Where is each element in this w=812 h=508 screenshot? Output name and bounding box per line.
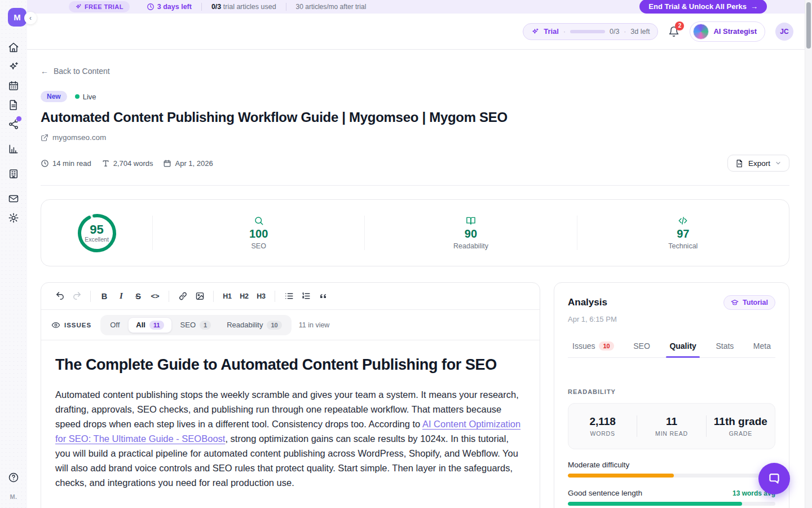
- filter-seo-count: 1: [200, 321, 211, 330]
- content-area: ← Back to Content New Live Automated Con…: [27, 50, 812, 508]
- stat-words: 2,118 WORDS: [568, 415, 637, 437]
- score-readability: 90 Readability: [364, 216, 576, 250]
- sidebar-item-calendar[interactable]: [8, 80, 19, 91]
- image-button[interactable]: [191, 288, 208, 305]
- article-editor[interactable]: The Complete Guide to Automated Content …: [41, 340, 540, 508]
- sidebar-item-home[interactable]: [8, 42, 19, 53]
- heading2-button[interactable]: H2: [236, 288, 253, 305]
- trial-progress-bar: [570, 30, 605, 33]
- sparkles-icon: [75, 3, 82, 10]
- filter-all[interactable]: All11: [128, 317, 171, 333]
- strikethrough-button[interactable]: S: [130, 288, 147, 305]
- heading1-button[interactable]: H1: [219, 288, 236, 305]
- issues-count-badge: 10: [599, 341, 614, 351]
- sidebar-item-company[interactable]: [8, 168, 19, 179]
- analysis-tabs: Issues 10 SEO Quality Stats Meta: [568, 337, 775, 358]
- tab-quality[interactable]: Quality: [668, 337, 697, 357]
- type-icon: [102, 159, 110, 168]
- file-export-icon: [735, 159, 744, 168]
- main-panel: Trial · 0/3 · 3d left 2 AI Strategist JC…: [27, 14, 812, 508]
- sidebar-item-mail[interactable]: [8, 193, 19, 204]
- tab-issues[interactable]: Issues 10: [571, 337, 615, 357]
- tab-seo[interactable]: SEO: [632, 337, 651, 357]
- word-count: 2,704 words: [102, 159, 153, 168]
- ordered-list-button[interactable]: [297, 288, 314, 305]
- stat-grade: 11th grade GRADE: [706, 415, 775, 437]
- document-icon: [8, 99, 19, 111]
- notification-badge: 2: [675, 21, 684, 30]
- metric-sentence-length: Good sentence length 13 words avg: [568, 489, 775, 506]
- tab-stats[interactable]: Stats: [714, 337, 735, 357]
- inline-code-button[interactable]: <>: [147, 288, 164, 305]
- sidebar-item-share[interactable]: [8, 119, 19, 130]
- article-heading: The Complete Guide to Automated Content …: [55, 356, 526, 374]
- external-link-icon: [41, 134, 48, 142]
- filter-readability[interactable]: Readability10: [219, 318, 289, 332]
- chat-bubble-icon: [767, 471, 782, 486]
- sidebar-item-analytics[interactable]: [8, 143, 19, 155]
- status-live: Live: [75, 93, 96, 101]
- readability-stats-card: 2,118 WORDS 11 MIN READ 11th grade GRADE: [568, 403, 775, 449]
- filter-seo[interactable]: SEO1: [173, 318, 219, 332]
- divider: [286, 3, 286, 11]
- difficulty-progress-bar: [568, 474, 775, 478]
- score-summary-card: 95 Excellent 100 SEO 90 Readability 97 T…: [41, 199, 789, 266]
- link-button[interactable]: [174, 288, 191, 305]
- filter-off[interactable]: Off: [103, 318, 127, 332]
- blockquote-button[interactable]: [314, 288, 331, 305]
- building-icon: [8, 168, 19, 179]
- clock-icon: [147, 3, 155, 11]
- domain-link[interactable]: mygomseo.com: [41, 133, 106, 142]
- code-icon: [678, 216, 688, 226]
- mail-icon: [8, 193, 19, 204]
- sidebar-item-help[interactable]: [8, 472, 19, 483]
- analysis-panel: Analysis Tutorial Apr 1, 6:15 PM Issues …: [554, 282, 789, 508]
- analysis-timestamp: Apr 1, 6:15 PM: [568, 315, 775, 323]
- scrollbar-thumb[interactable]: [806, 2, 811, 49]
- clock-icon: [41, 159, 49, 168]
- overall-score-ring: 95 Excellent: [76, 212, 118, 254]
- sidebar-item-ai[interactable]: [8, 61, 19, 72]
- back-to-content-link[interactable]: ← Back to Content: [41, 67, 110, 76]
- calendar-icon: [163, 159, 171, 168]
- share-badge: [16, 116, 22, 122]
- days-left: 3 days left: [147, 3, 192, 11]
- analysis-title: Analysis: [568, 297, 607, 308]
- calendar-icon: [8, 80, 19, 91]
- chat-launcher-button[interactable]: [758, 463, 790, 494]
- divider: [90, 291, 91, 302]
- undo-button[interactable]: [51, 288, 68, 305]
- heading3-button[interactable]: H3: [253, 288, 270, 305]
- live-dot-icon: [75, 94, 80, 99]
- article-paragraph: Automated content publishing stops the w…: [55, 387, 526, 490]
- trial-status-pill[interactable]: Trial · 0/3 · 3d left: [523, 23, 658, 40]
- score-technical: 97 Technical: [577, 216, 789, 250]
- bullet-list-button[interactable]: [280, 288, 297, 305]
- sidebar-version-label: M.: [10, 493, 17, 500]
- sidebar-item-content[interactable]: [8, 99, 19, 111]
- graduation-cap-icon: [731, 299, 739, 306]
- book-open-icon: [466, 216, 476, 226]
- arrow-right-icon: →: [751, 2, 758, 11]
- read-time: 14 min read: [41, 159, 91, 168]
- filter-readability-count: 10: [267, 321, 281, 330]
- user-avatar[interactable]: JC: [775, 23, 793, 41]
- articles-used: 0/3 trial articles used: [211, 3, 276, 11]
- filter-all-count: 11: [149, 321, 164, 330]
- export-button[interactable]: Export: [727, 155, 789, 172]
- ai-strategist-button[interactable]: AI Strategist: [690, 21, 765, 42]
- app-header: Trial · 0/3 · 3d left 2 AI Strategist JC: [27, 14, 812, 50]
- trial-banner: FREE TRIAL 3 days left 0/3 trial article…: [27, 0, 812, 14]
- sidebar-item-settings[interactable]: [8, 212, 19, 224]
- bold-button[interactable]: B: [96, 288, 113, 305]
- sidebar-collapse-button[interactable]: ‹: [24, 12, 37, 24]
- tab-meta[interactable]: Meta: [752, 337, 772, 357]
- notifications-button[interactable]: 2: [668, 26, 679, 37]
- end-trial-button[interactable]: End Trial & Unlock All Perks →: [639, 0, 767, 14]
- overall-score-label: Excellent: [85, 236, 109, 243]
- tutorial-button[interactable]: Tutorial: [723, 295, 775, 310]
- page-scrollbar[interactable]: [805, 0, 812, 508]
- redo-button[interactable]: [68, 288, 85, 305]
- sparkles-icon: [8, 61, 19, 72]
- italic-button[interactable]: I: [113, 288, 130, 305]
